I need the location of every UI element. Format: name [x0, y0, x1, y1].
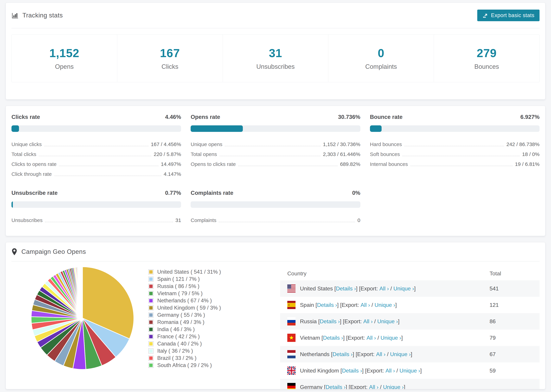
dotted-leader — [44, 146, 148, 146]
export-unique-link[interactable]: Unique › — [377, 318, 398, 325]
legend-swatch — [148, 305, 154, 310]
campaign-geo-opens-header: Campaign Geo Opens — [11, 242, 540, 261]
stat-value: 1,152 — [49, 46, 79, 60]
bracket-text: ] — [395, 302, 397, 308]
country-name: United States — [300, 286, 333, 292]
table-row-nl: Netherlands [Details ›] [Export: All › /… — [280, 346, 540, 362]
flag-gb-icon — [287, 366, 296, 375]
rate-head: Bounce rate6.927% — [370, 114, 540, 120]
stat-label: Bounces — [474, 63, 499, 70]
legend-swatch — [148, 341, 154, 346]
country-cell: United States [Details ›] [Export: All ›… — [287, 284, 490, 293]
export-all-link[interactable]: All › — [386, 368, 395, 374]
slash-text: / — [376, 335, 381, 341]
rates-card: Clicks rate4.46%Unique clicks167 / 4.456… — [6, 106, 545, 236]
rate-progress-bar — [191, 125, 360, 132]
rate-panel-bounce-rate: Bounce rate6.927%Hard bounces242 / 86.73… — [370, 114, 540, 178]
export-unique-link[interactable]: Unique › — [383, 384, 404, 389]
spacer-text — [384, 368, 386, 374]
rate-detail-row: Clicks to opens rate14.497% — [11, 158, 181, 168]
bracket-text: ] [ — [356, 286, 360, 292]
legend-item-spain: Spain ( 121 / 7% ) — [148, 275, 268, 283]
export-all-link[interactable]: All › — [360, 302, 370, 308]
flag-us-icon — [287, 284, 296, 293]
details-link[interactable]: Details › — [323, 335, 343, 341]
export-all-link[interactable]: All › — [363, 318, 373, 325]
export-prefix: Export: — [350, 384, 367, 389]
legend-item-france: France ( 42 / 2% ) — [148, 333, 268, 340]
export-icon — [482, 13, 488, 18]
legend-label: Netherlands ( 67 / 4% ) — [157, 298, 212, 304]
legend-swatch-fill — [149, 328, 153, 331]
rate-detail-label: Internal bounces — [370, 161, 408, 168]
rate-head: Unsubscribe rate0.77% — [11, 190, 181, 196]
details-link[interactable]: Details › — [336, 286, 356, 292]
dotted-leader — [238, 166, 338, 166]
export-unique-link[interactable]: Unique › — [374, 302, 395, 308]
rate-detail-value: 242 / 86.738% — [506, 141, 540, 148]
geo-pie-chart — [11, 263, 148, 389]
rate-detail-label: Opens to clicks rate — [191, 161, 236, 168]
export-all-link[interactable]: All › — [367, 335, 376, 341]
slash-text: / — [379, 384, 383, 389]
bracket-text: [ — [317, 318, 320, 325]
rate-panel-opens-rate: Opens rate30.736%Unique opens1,152 / 30.… — [191, 114, 360, 178]
country-cell: Spain [Details ›] [Export: All › / Uniqu… — [287, 301, 490, 309]
bracket-text: ] — [420, 368, 422, 374]
legend-swatch — [148, 284, 154, 289]
rate-detail-value: 18 / 0% — [522, 151, 540, 158]
legend-swatch — [148, 269, 154, 274]
bracket-text: [ — [314, 302, 317, 308]
rate-detail-row: Opens to clicks rate689.82% — [191, 158, 360, 168]
rate-progress-bar — [191, 201, 360, 208]
rate-panel-complaints-rate: Complaints rate0%Complaints0 — [191, 190, 360, 224]
legend-item-united-states: United States ( 541 / 31% ) — [148, 268, 268, 275]
details-link[interactable]: Details › — [342, 368, 362, 374]
legend-item-india: India ( 46 / 3% ) — [148, 326, 268, 333]
legend-item-united-kingdom: United Kingdom ( 59 / 3% ) — [148, 304, 268, 311]
bracket-text: ] — [398, 318, 400, 325]
legend-item-canada: Canada ( 40 / 2% ) — [148, 340, 268, 347]
details-link[interactable]: Details › — [320, 318, 340, 325]
export-unique-link[interactable]: Unique › — [400, 368, 420, 374]
legend-swatch — [148, 327, 154, 332]
dotted-leader — [54, 176, 161, 176]
geo-title: Campaign Geo Opens — [21, 248, 86, 255]
export-unique-link[interactable]: Unique › — [390, 351, 411, 357]
export-basic-stats-button[interactable]: Export basic stats — [477, 10, 540, 21]
rate-detail-label: Unique clicks — [11, 141, 42, 148]
rate-detail-row: Unsubscribes31 — [11, 214, 181, 224]
export-all-link[interactable]: All › — [379, 286, 389, 292]
country-total: 86 — [490, 318, 532, 325]
rate-progress-bar — [11, 201, 181, 208]
slash-text: / — [386, 351, 390, 357]
rate-title: Opens rate — [191, 114, 220, 120]
geo-table-header-row: CountryTotal — [280, 267, 540, 280]
dotted-leader — [404, 146, 504, 146]
spacer-text — [365, 335, 367, 341]
export-prefix: Export: — [348, 335, 365, 341]
spacer-text — [378, 286, 379, 292]
rate-detail-label: Hard bounces — [370, 141, 402, 148]
export-all-link[interactable]: All › — [376, 351, 386, 357]
rate-detail-label: Click through rate — [11, 171, 52, 178]
legend-swatch-fill — [149, 313, 153, 317]
legend-swatch — [148, 363, 154, 368]
details-link[interactable]: Details › — [332, 351, 353, 357]
legend-item-south-africa: South Africa ( 29 / 2% ) — [148, 362, 268, 369]
legend-swatch-fill — [149, 292, 153, 295]
details-link[interactable]: Details › — [325, 384, 346, 389]
details-link[interactable]: Details › — [317, 302, 337, 308]
bracket-text: ] — [404, 384, 405, 389]
geo-table: CountryTotalUnited States [Details ›] [E… — [280, 267, 540, 389]
legend-swatch-fill — [149, 306, 153, 309]
stat-box-bounces: 279Bounces — [434, 35, 539, 82]
legend-item-germany: Germany ( 55 / 3% ) — [148, 311, 268, 319]
export-unique-link[interactable]: Unique › — [393, 286, 414, 292]
dotted-leader — [402, 156, 520, 156]
flag-ru-icon — [287, 317, 296, 325]
legend-label: Canada ( 40 / 2% ) — [157, 341, 202, 347]
export-all-link[interactable]: All › — [369, 384, 379, 389]
rate-head: Clicks rate4.46% — [11, 114, 181, 120]
export-unique-link[interactable]: Unique › — [381, 335, 401, 341]
